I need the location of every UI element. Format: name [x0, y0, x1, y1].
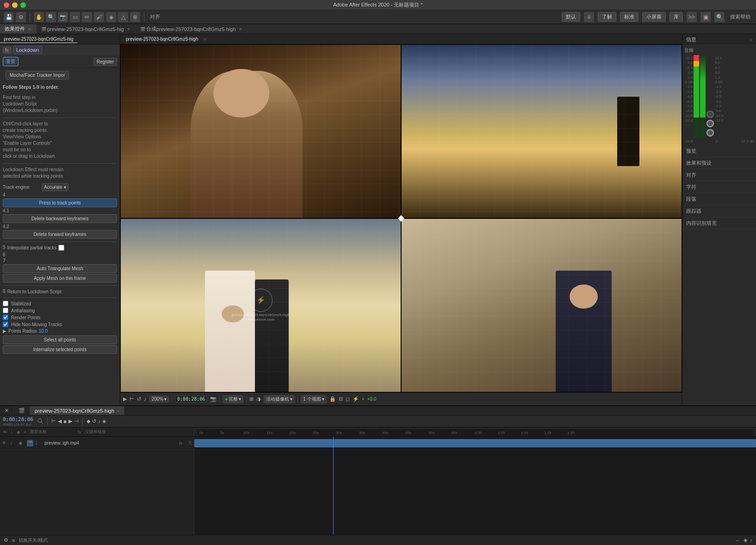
timeline-close-btn[interactable]: ✕: [0, 406, 14, 415]
tl-loop-icon[interactable]: ↺: [92, 418, 96, 424]
playback-icon[interactable]: ▶: [123, 396, 127, 402]
effects-panel-item[interactable]: 效果和预设: [682, 157, 756, 169]
zoom-tool-icon[interactable]: 🔍: [46, 12, 56, 22]
search-tl-icon[interactable]: [37, 418, 43, 425]
camera-tool-icon[interactable]: 📷: [58, 12, 68, 22]
select-all-btn[interactable]: Select all points: [3, 335, 117, 344]
tl-marker-icon[interactable]: ◆: [87, 418, 90, 424]
maximize-button[interactable]: [20, 2, 26, 8]
minimize-button[interactable]: [12, 2, 18, 8]
layer-solo-icon[interactable]: ◉: [19, 440, 25, 446]
paragraph-panel-item[interactable]: 段落: [682, 193, 756, 205]
ram-preview-icon[interactable]: ←: [736, 538, 741, 543]
tl-timecode[interactable]: 0;00;28;06: [3, 416, 33, 422]
composition-tab[interactable]: 🎬 preview-257023-bqnCr8Gmz5-hig ✕: [37, 24, 136, 34]
close-effect-tab-icon[interactable]: ✕: [28, 27, 31, 31]
close-comp2-tab-icon[interactable]: ✕: [239, 27, 242, 31]
content-panel-item[interactable]: 内容识别填充: [682, 217, 756, 229]
camera-snapshot-icon[interactable]: 📷: [210, 396, 217, 402]
lock-icon[interactable]: 🔒: [329, 396, 336, 402]
tl-play-icon[interactable]: ▶: [68, 418, 72, 424]
audio-knob-3[interactable]: [706, 129, 714, 136]
delete-backward-btn[interactable]: Delete backward keyframes: [3, 214, 117, 223]
character-panel-item[interactable]: 字符: [682, 181, 756, 193]
delete-forward-btn[interactable]: Delete forward keyframes: [3, 230, 117, 239]
search-help-label[interactable]: 搜索帮助: [730, 13, 750, 20]
tl-track-area[interactable]: [194, 437, 756, 535]
render-icon[interactable]: ◻: [346, 396, 350, 402]
rectangle-tool-icon[interactable]: ▭: [70, 12, 80, 22]
viewer-options-icon[interactable]: ≡: [204, 37, 206, 42]
auto-triangulate-btn[interactable]: Auto Triangulate Mesh: [3, 264, 117, 273]
track-engine-select[interactable]: Accurate ▾: [42, 183, 68, 191]
quality-select[interactable]: ● 完整 ▾: [223, 395, 243, 403]
apply-mesh-btn[interactable]: Apply Mesh on this frame: [3, 274, 117, 283]
effect-controls-tab[interactable]: 效果控件 ✕: [0, 24, 37, 34]
audio-knob-2[interactable]: [706, 120, 714, 127]
antialiasing-checkbox[interactable]: [3, 308, 8, 313]
viewer-tab-comp[interactable]: preview-257023-bqnCr8Gmz5-high: [122, 36, 202, 43]
timeline-options-icon[interactable]: ≡: [117, 409, 119, 413]
zoom-select[interactable]: 200% ▾: [149, 396, 169, 403]
ec-tab-file[interactable]: preview-257023-bqnCr8Gmz5-hig: [0, 36, 77, 43]
close-comp-tab-icon[interactable]: ✕: [127, 27, 130, 31]
more-workspaces-icon[interactable]: >>: [687, 12, 697, 22]
alpha-icon[interactable]: ◑: [256, 396, 261, 402]
fast-preview-icon[interactable]: ⚡: [353, 396, 359, 402]
register-btn[interactable]: Register: [93, 58, 117, 66]
tl-playhead[interactable]: [333, 437, 334, 535]
points-radius-value[interactable]: 10.0: [39, 328, 48, 334]
tl-keyframe-icon[interactable]: ◈: [102, 418, 106, 424]
step-back-icon[interactable]: ⊢: [130, 396, 134, 402]
render-points-checkbox[interactable]: [3, 315, 8, 320]
interpolate-checkbox[interactable]: [58, 245, 64, 251]
render-queue-icon[interactable]: ↑: [750, 538, 753, 543]
duration-icon[interactable]: ◈: [744, 537, 747, 543]
brush-tool-icon[interactable]: 🖌: [94, 12, 104, 22]
save-icon[interactable]: 💾: [4, 12, 14, 22]
mocha-btn[interactable]: Mocha/Face Tracker Impor: [6, 71, 69, 80]
workspace-learn[interactable]: 了解: [598, 12, 616, 22]
layer-audio-icon[interactable]: ♪: [10, 440, 17, 446]
layer-name-text[interactable]: preview..igh.mp4: [44, 440, 175, 446]
pen-tool-icon[interactable]: ✏: [82, 12, 92, 22]
hide-non-moving-checkbox[interactable]: [3, 322, 8, 327]
workspace-standard[interactable]: 标准: [620, 12, 638, 22]
layer-eye-icon[interactable]: 👁: [2, 440, 8, 446]
internalize-btn[interactable]: Internalize selected points: [3, 345, 117, 354]
tl-play-rev-icon[interactable]: ◀: [58, 418, 62, 424]
workspace-small[interactable]: 小屏幕: [642, 12, 666, 22]
reset-btn[interactable]: 重置: [3, 57, 19, 66]
ruler-icon[interactable]: ⊟: [339, 396, 343, 402]
monitor-icon[interactable]: ▣: [700, 12, 711, 22]
search-icon[interactable]: 🔍: [714, 12, 725, 22]
workspace-menu-icon[interactable]: ≡: [584, 12, 594, 22]
status-icon-2[interactable]: ≡: [12, 538, 15, 543]
workspace-library[interactable]: 库: [669, 12, 683, 22]
audio-icon[interactable]: ♪: [144, 396, 147, 402]
view-select[interactable]: 活动摄像机 ▾: [264, 395, 295, 403]
status-icon-1[interactable]: ⚙: [4, 537, 8, 543]
tl-go-start-icon[interactable]: ⊢: [51, 418, 56, 424]
tracker-panel-item[interactable]: 跟踪器: [682, 205, 756, 217]
prefs-icon[interactable]: ⚙: [16, 12, 26, 22]
puppet-tool-icon[interactable]: ⊕: [130, 12, 140, 22]
right-panel-menu-icon[interactable]: ≡: [750, 37, 752, 43]
timecode-display[interactable]: 0;00;28;06: [175, 396, 207, 403]
align-panel-item[interactable]: 对齐: [682, 169, 756, 181]
tl-stop-icon[interactable]: ■: [63, 419, 67, 424]
stamp-tool-icon[interactable]: ◈: [106, 12, 116, 22]
close-button[interactable]: [4, 2, 9, 8]
loop-icon[interactable]: ↺: [137, 396, 141, 402]
expand-icon[interactable]: ▶: [3, 328, 6, 334]
tl-audio-toggle-icon[interactable]: ♪: [98, 419, 101, 424]
press-track-btn[interactable]: Press to track points: [3, 198, 117, 207]
audio-knob-1[interactable]: [706, 111, 714, 118]
timeline-tab[interactable]: preview-257023-bqnCr8Gmz5-high ≡: [30, 406, 124, 415]
grid-toggle-icon[interactable]: ⊞: [249, 396, 254, 402]
hand-tool-icon[interactable]: ✋: [34, 12, 44, 22]
view-count-select[interactable]: 1 个视图 ▾: [301, 395, 326, 403]
stabilized-checkbox[interactable]: [3, 301, 8, 306]
composition-tab-2[interactable]: 🎬 合成 preview-257023-bqnCr8Gmz5-high ✕: [136, 24, 248, 34]
preview-panel-item[interactable]: 预览: [682, 145, 756, 157]
